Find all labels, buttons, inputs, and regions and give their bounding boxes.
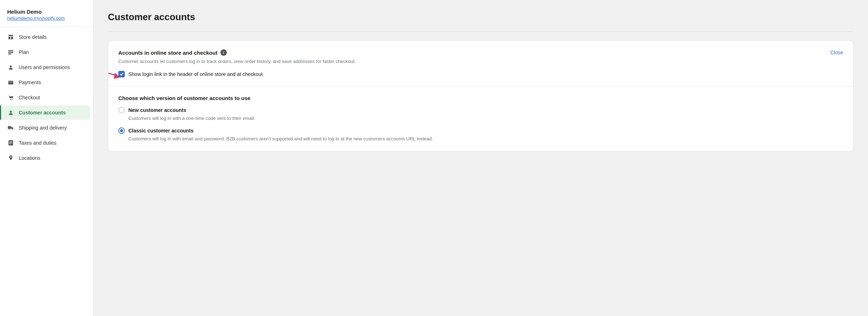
users-icon	[7, 64, 14, 71]
sidebar-item-checkout[interactable]: Checkout	[3, 90, 90, 105]
info-icon[interactable]	[220, 49, 227, 56]
sidebar-item-payments[interactable]: Payments	[3, 75, 90, 90]
sidebar-header: Helium Demo heliumdemo.myshopify.com	[0, 6, 93, 27]
svg-rect-4	[8, 81, 13, 85]
sidebar-item-users-permissions[interactable]: Users and permissions	[3, 60, 90, 75]
svg-rect-1	[8, 52, 13, 53]
customer-accounts-card: Accounts in online store and checkout Cl…	[108, 40, 854, 152]
sidebar-item-customer-accounts[interactable]: Customer accounts	[3, 105, 90, 120]
radio-label-new: New customer accounts	[128, 107, 186, 113]
shipping-icon	[7, 124, 14, 131]
sidebar-label-payments: Payments	[19, 80, 41, 85]
card-section-online-store: Accounts in online store and checkout Cl…	[108, 41, 853, 86]
radio-row-new[interactable]: New customer accounts	[118, 107, 843, 113]
sidebar-label-customer-accounts: Customer accounts	[19, 110, 66, 116]
show-login-checkbox-row: Show login link in the header of online …	[118, 71, 843, 77]
store-name: Helium Demo	[7, 9, 86, 15]
sidebar-label-checkout: Checkout	[19, 95, 40, 100]
sidebar-item-plan[interactable]: Plan	[3, 45, 90, 59]
section-header: Accounts in online store and checkout Cl…	[118, 49, 843, 56]
show-login-checkbox[interactable]	[118, 71, 125, 77]
sidebar-label-plan: Plan	[19, 49, 29, 55]
show-login-label: Show login link in the header of online …	[128, 71, 263, 77]
sidebar-label-locations: Locations	[19, 155, 40, 161]
sidebar-item-locations[interactable]: Locations	[3, 151, 90, 165]
sidebar-label-store-details: Store details	[19, 34, 47, 40]
radio-inner-classic	[120, 129, 123, 132]
svg-point-9	[9, 129, 10, 130]
radio-desc-classic: Customers will log in with email and pas…	[128, 135, 843, 143]
customer-accounts-icon	[7, 109, 14, 116]
version-title: Choose which version of customer account…	[118, 95, 843, 101]
section-description: Customer accounts let customers log in t…	[118, 58, 843, 65]
sidebar-item-store-details[interactable]: Store details	[3, 30, 90, 44]
payments-icon	[7, 79, 14, 86]
svg-point-10	[12, 129, 13, 130]
section-title-row: Accounts in online store and checkout	[118, 49, 227, 56]
svg-rect-2	[8, 54, 12, 55]
radio-classic[interactable]	[118, 127, 125, 134]
page-title: Customer accounts	[108, 12, 854, 23]
svg-point-6	[10, 99, 11, 100]
sidebar-label-shipping-delivery: Shipping and delivery	[19, 125, 67, 131]
sidebar: Helium Demo heliumdemo.myshopify.com Sto…	[0, 0, 93, 316]
taxes-icon	[7, 139, 14, 146]
sidebar-item-shipping-delivery[interactable]: Shipping and delivery	[3, 121, 90, 135]
location-icon	[7, 154, 14, 162]
radio-row-classic[interactable]: Classic customer accounts	[118, 127, 843, 134]
radio-desc-new: Customers will log in with a one-time co…	[128, 115, 843, 122]
svg-point-3	[10, 66, 12, 67]
svg-point-7	[12, 99, 13, 100]
page-divider	[108, 31, 854, 32]
close-button[interactable]: Close	[830, 50, 843, 55]
svg-rect-0	[8, 50, 13, 51]
svg-rect-5	[8, 82, 13, 82]
sidebar-nav: Store details Plan	[0, 30, 93, 166]
radio-option-classic: Classic customer accounts Customers will…	[118, 127, 843, 143]
store-url[interactable]: heliumdemo.myshopify.com	[7, 15, 86, 21]
section-title-online-store: Accounts in online store and checkout	[118, 50, 218, 56]
card-section-version: Choose which version of customer account…	[108, 86, 853, 151]
sidebar-label-taxes-duties: Taxes and duties	[19, 140, 56, 146]
checkout-icon	[7, 94, 14, 101]
svg-point-8	[10, 111, 12, 113]
store-icon	[7, 33, 14, 41]
sidebar-item-taxes-duties[interactable]: Taxes and duties	[3, 136, 90, 150]
radio-new[interactable]	[118, 107, 125, 113]
radio-label-classic: Classic customer accounts	[128, 128, 193, 134]
radio-option-new: New customer accounts Customers will log…	[118, 107, 843, 122]
sidebar-label-users-permissions: Users and permissions	[19, 64, 70, 70]
plan-icon	[7, 49, 14, 56]
main-content: Customer accounts Accounts in online sto…	[93, 0, 868, 316]
